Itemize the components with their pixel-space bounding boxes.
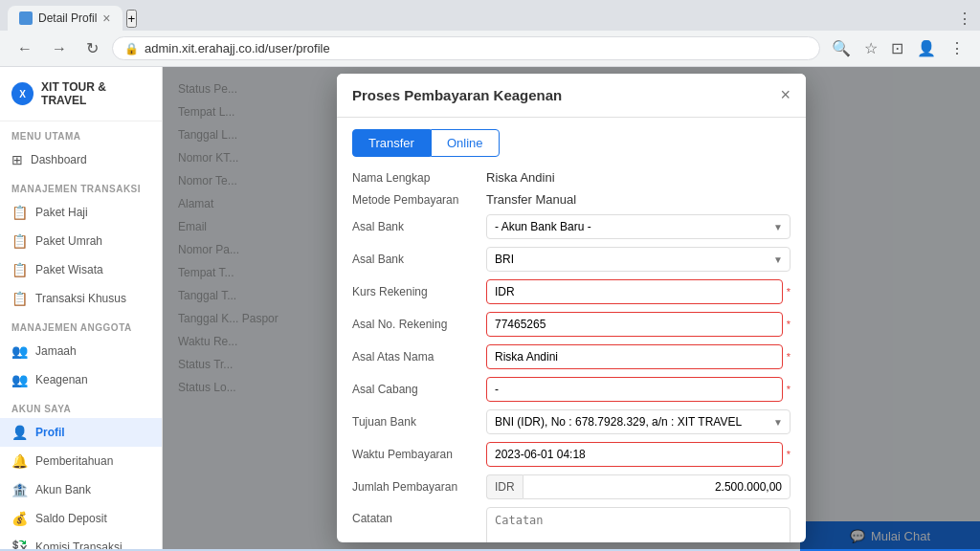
logo-text: XIT TOUR & TRAVEL [41, 80, 150, 107]
sidebar-item-akun-bank[interactable]: 🏦 Akun Bank [0, 475, 162, 504]
input-jumlah-pembayaran[interactable] [523, 474, 791, 499]
field-asal-no-rekening: Asal No. Rekening * [352, 312, 791, 337]
transaksi-khusus-icon: 📋 [11, 291, 28, 306]
select-asal-bank-1[interactable]: - Akun Bank Baru - [486, 214, 791, 239]
sidebar-item-keagenan[interactable]: 👥 Keagenan [0, 365, 162, 394]
textarea-catatan[interactable] [486, 507, 791, 542]
field-kurs-rekening: Kurs Rekening * [352, 279, 791, 304]
sidebar-item-transaksi-khusus[interactable]: 📋 Transaksi Khusus [0, 284, 162, 313]
sidebar-label-profil: Profil [35, 426, 65, 439]
pemberitahuan-icon: 🔔 [11, 453, 28, 469]
label-jumlah-pembayaran: Jumlah Pembayaran [352, 480, 486, 494]
sidebar-label-keagenan: Keagenan [35, 373, 88, 386]
select-asal-bank-2[interactable]: BRI [486, 247, 791, 272]
tab-transfer[interactable]: Transfer [352, 129, 431, 157]
lock-icon: 🔒 [124, 42, 139, 55]
sidebar-label-transaksi-khusus: Transaksi Khusus [35, 292, 126, 305]
paket-haji-icon: 📋 [11, 205, 28, 220]
tab-close[interactable]: × [102, 11, 110, 25]
sidebar-label-komisi: Komisi Transaksi [35, 540, 122, 549]
tab-favicon [19, 11, 33, 25]
section-transaksi: MANAJEMEN TRANSAKSI [0, 174, 162, 198]
url-bar[interactable]: 🔒 admin.xit.erahajj.co.id/user/profile [112, 36, 820, 60]
sidebar-label-saldo-deposit: Saldo Deposit [35, 512, 107, 525]
sidebar-item-pemberitahuan[interactable]: 🔔 Pemberitahuan [0, 447, 162, 475]
input-asal-cabang[interactable] [486, 377, 783, 402]
sidebar: X XIT TOUR & TRAVEL MENU UTAMA ⊞ Dashboa… [0, 67, 163, 549]
value-metode-pembayaran: Transfer Manual [486, 192, 791, 207]
label-asal-no-rekening: Asal No. Rekening [352, 318, 486, 331]
input-kurs-rekening[interactable] [486, 279, 783, 304]
sidebar-label-pemberitahuan: Pemberitahuan [35, 454, 113, 468]
modal-proses-pembayaran: Proses Pembayaran Keagenan × Transfer On… [337, 74, 806, 542]
new-tab-button[interactable]: + [126, 10, 138, 28]
sidebar-label-paket-wisata: Paket Wisata [35, 263, 103, 276]
sidebar-item-saldo-deposit[interactable]: 💰 Saldo Deposit [0, 504, 162, 533]
sidebar-item-paket-umrah[interactable]: 📋 Paket Umrah [0, 227, 162, 255]
browser-tab[interactable]: Detail Profil × [8, 6, 122, 31]
tab-menu-icon[interactable]: ⋮ [957, 10, 972, 28]
search-icon[interactable]: 🔍 [828, 37, 855, 59]
jumlah-input-group: IDR [486, 474, 791, 499]
modal-header: Proses Pembayaran Keagenan × [337, 74, 806, 118]
select-tujuan-bank[interactable]: BNI (IDR), No : 678.7928.329, a/n : XIT … [486, 409, 791, 434]
payment-tab-group: Transfer Online [352, 129, 791, 157]
label-asal-cabang: Asal Cabang [352, 383, 486, 396]
atas-nama-required: * [787, 351, 791, 363]
jamaah-icon: 👥 [11, 343, 28, 359]
sidebar-item-dashboard[interactable]: ⊞ Dashboard [0, 145, 162, 174]
input-waktu-pembayaran[interactable] [486, 442, 783, 467]
sidebar-item-profil[interactable]: 👤 Profil [0, 418, 162, 447]
saldo-deposit-icon: 💰 [11, 511, 28, 526]
keagenan-icon: 👥 [11, 372, 28, 387]
back-button[interactable]: ← [11, 38, 38, 59]
sidebar-item-jamaah[interactable]: 👥 Jamaah [0, 337, 162, 365]
field-catatan: Catatan [352, 507, 791, 542]
modal-body: Transfer Online Nama Lengkap Riska Andin… [337, 118, 806, 542]
select-asal-bank-1-wrapper: - Akun Bank Baru - [486, 214, 791, 239]
profile-icon[interactable]: 👤 [913, 37, 940, 59]
label-asal-atas-nama: Asal Atas Nama [352, 350, 486, 364]
currency-badge: IDR [486, 474, 523, 499]
field-waktu-pembayaran: Waktu Pembayaran * [352, 442, 791, 467]
sidebar-item-komisi[interactable]: 💱 Komisi Transaksi [0, 533, 162, 549]
komisi-icon: 💱 [11, 540, 28, 549]
tab-title: Detail Profil [38, 11, 97, 25]
label-nama-lengkap: Nama Lengkap [352, 171, 486, 185]
no-rekening-required: * [787, 319, 791, 330]
reload-button[interactable]: ↻ [80, 37, 104, 59]
akun-bank-icon: 🏦 [11, 482, 28, 497]
label-asal-bank-2: Asal Bank [352, 253, 486, 266]
sidebar-item-paket-wisata[interactable]: 📋 Paket Wisata [0, 255, 162, 284]
dashboard-icon: ⊞ [11, 152, 23, 167]
label-metode-pembayaran: Metode Pembayaran [352, 193, 486, 207]
menu-icon[interactable]: ⋮ [946, 37, 969, 59]
modal-close-button[interactable]: × [780, 85, 791, 105]
extension-icon[interactable]: ⊡ [887, 37, 907, 59]
select-tujuan-bank-wrapper: BNI (IDR), No : 678.7928.329, a/n : XIT … [486, 409, 791, 434]
field-jumlah-pembayaran: Jumlah Pembayaran IDR [352, 474, 791, 499]
sidebar-label-paket-haji: Paket Haji [35, 206, 88, 219]
forward-button[interactable]: → [46, 38, 73, 59]
sidebar-item-paket-haji[interactable]: 📋 Paket Haji [0, 198, 162, 227]
field-asal-bank-1: Asal Bank - Akun Bank Baru - [352, 214, 791, 239]
logo-icon: X [11, 82, 33, 105]
input-asal-no-rekening[interactable] [486, 312, 783, 337]
profil-icon: 👤 [11, 425, 28, 440]
label-waktu-pembayaran: Waktu Pembayaran [352, 448, 486, 461]
kurs-required: * [787, 286, 791, 298]
tab-online[interactable]: Online [431, 129, 500, 157]
section-anggota: MANAJEMEN ANGGOTA [0, 313, 162, 337]
field-asal-bank-2: Asal Bank BRI [352, 247, 791, 272]
sidebar-label-paket-umrah: Paket Umrah [35, 234, 102, 248]
bookmark-icon[interactable]: ☆ [860, 37, 881, 59]
field-nama-lengkap: Nama Lengkap Riska Andini [352, 170, 791, 185]
modal-title: Proses Pembayaran Keagenan [352, 87, 562, 103]
field-tujuan-bank: Tujuan Bank BNI (IDR), No : 678.7928.329… [352, 409, 791, 434]
input-asal-atas-nama[interactable] [486, 344, 783, 369]
label-catatan: Catatan [352, 507, 486, 525]
paket-wisata-icon: 📋 [11, 262, 28, 277]
field-asal-cabang: Asal Cabang * [352, 377, 791, 402]
waktu-required: * [787, 449, 791, 460]
sidebar-label-dashboard: Dashboard [31, 153, 87, 166]
